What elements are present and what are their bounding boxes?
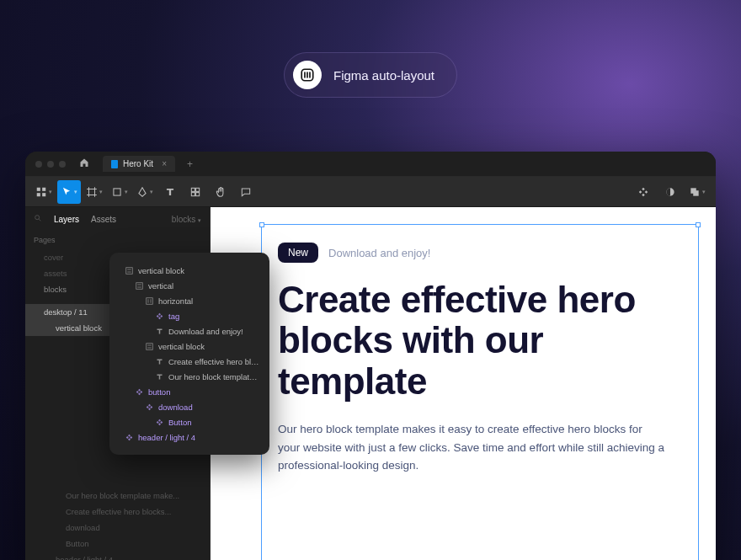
hero-block: New Download and enjoy! Create effective… <box>278 243 682 475</box>
layer-popout: vertical block vertical horizontal tag D… <box>109 253 269 455</box>
svg-rect-2 <box>42 187 45 190</box>
popout-row-button[interactable]: button <box>109 384 269 399</box>
selection-handle-tr[interactable] <box>696 222 701 227</box>
popout-row-body-text[interactable]: Our hero block template make... <box>109 369 269 384</box>
autolayout-icon <box>293 61 322 89</box>
traffic-light-close[interactable] <box>35 161 42 168</box>
svg-rect-5 <box>114 188 120 195</box>
doc-icon <box>111 160 118 168</box>
download-link[interactable]: Download and enjoy! <box>328 247 430 259</box>
text-icon <box>155 357 163 365</box>
pen-tool[interactable]: ▾ <box>133 180 157 204</box>
svg-rect-16 <box>146 297 152 304</box>
svg-rect-9 <box>196 192 200 195</box>
search-icon[interactable] <box>34 214 42 224</box>
tab-label: Hero Kit <box>123 159 153 168</box>
autolayout-v-icon <box>135 281 143 290</box>
svg-rect-15 <box>136 282 142 289</box>
hand-tool[interactable] <box>209 180 232 204</box>
canvas[interactable]: New Download and enjoy! Create effective… <box>211 207 716 560</box>
popout-row-vertical[interactable]: vertical <box>109 278 269 293</box>
layer-download[interactable]: download <box>25 520 210 536</box>
layer-text1[interactable]: Our hero block template make... <box>25 488 210 504</box>
popout-row-title-text[interactable]: Create effective hero blocks ... <box>109 354 269 369</box>
toolbar: ▾ ▾ ▾ ▾ ▾ ▾ <box>25 177 716 207</box>
promo-pill: Figma auto-layout <box>284 52 457 98</box>
svg-rect-7 <box>196 188 200 191</box>
traffic-light-max[interactable] <box>59 161 66 168</box>
svg-rect-1 <box>37 187 40 190</box>
layer-button[interactable]: Button <box>25 536 210 552</box>
layer-header[interactable]: header / light / 4 <box>25 552 210 560</box>
popout-row-dl-text[interactable]: Download and enjoy! <box>109 323 269 339</box>
autolayout-h-icon <box>145 296 153 305</box>
text-icon <box>155 372 163 381</box>
home-icon[interactable] <box>79 157 89 170</box>
pages-heading: Pages <box>25 231 210 249</box>
main-menu-button[interactable]: ▾ <box>32 180 56 204</box>
new-tag: New <box>278 243 318 263</box>
new-tab-button[interactable]: + <box>187 158 193 170</box>
layer-text2[interactable]: Create effective hero blocks... <box>25 504 210 520</box>
component-icon <box>155 418 163 426</box>
component-icon <box>135 387 143 396</box>
svg-rect-12 <box>693 190 698 195</box>
traffic-light-min[interactable] <box>47 161 54 168</box>
hero-title: Create effective hero blocks with our te… <box>278 280 682 402</box>
popout-row-download[interactable]: download <box>109 399 269 414</box>
svg-point-13 <box>35 216 40 220</box>
tab-assets[interactable]: Assets <box>91 215 116 224</box>
frame-tool[interactable]: ▾ <box>83 180 106 204</box>
popout-row-header[interactable]: header / light / 4 <box>109 429 269 445</box>
shape-tool[interactable]: ▾ <box>108 180 131 204</box>
popout-row-tag[interactable]: tag <box>109 308 269 323</box>
popout-row-vertical-block[interactable]: vertical block <box>109 263 269 278</box>
svg-rect-8 <box>191 192 195 195</box>
component-icon <box>125 433 133 441</box>
svg-rect-14 <box>125 267 132 274</box>
popout-row-button-inner[interactable]: Button <box>109 414 269 429</box>
document-tab[interactable]: Hero Kit × <box>103 156 175 172</box>
svg-rect-6 <box>191 188 195 191</box>
page-selector[interactable]: blocks ▾ <box>172 215 201 224</box>
union-icon[interactable]: ▾ <box>685 180 709 204</box>
autolayout-v-icon <box>145 342 153 350</box>
close-tab-icon[interactable]: × <box>162 159 167 168</box>
popout-row-horizontal[interactable]: horizontal <box>109 293 269 308</box>
mask-icon[interactable] <box>658 180 682 204</box>
component-icon <box>155 312 163 320</box>
comment-tool[interactable] <box>234 180 258 204</box>
promo-label: Figma auto-layout <box>333 68 434 83</box>
tab-layers[interactable]: Layers <box>54 215 79 224</box>
hero-body: Our hero block template makes it easy to… <box>278 420 665 475</box>
svg-rect-4 <box>42 193 45 196</box>
selection-handle-tl[interactable] <box>259 222 264 227</box>
move-tool[interactable]: ▾ <box>57 180 81 204</box>
resources-tool[interactable] <box>184 180 207 204</box>
autolayout-v-icon <box>125 266 133 275</box>
svg-rect-17 <box>146 343 152 349</box>
popout-row-vertical-block-2[interactable]: vertical block <box>109 339 269 354</box>
svg-rect-3 <box>37 193 40 196</box>
component-icon <box>145 403 153 411</box>
window-titlebar: Hero Kit × + <box>25 152 716 177</box>
component-icon[interactable] <box>632 180 655 204</box>
text-tool[interactable] <box>158 180 182 204</box>
text-icon <box>155 327 163 335</box>
